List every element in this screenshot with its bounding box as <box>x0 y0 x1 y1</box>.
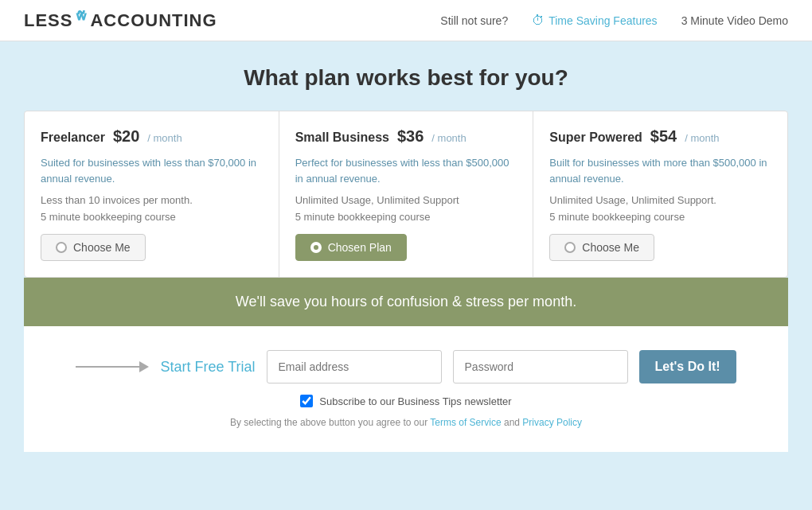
plan-small-business-price: $36 <box>397 127 424 146</box>
trial-label: Trial <box>228 359 255 375</box>
arrow-line <box>76 366 139 368</box>
plan-freelancer-description: Suited for businesses with less than $70… <box>41 155 263 186</box>
freelancer-button-label: Choose Me <box>73 241 131 254</box>
signup-section: Start Free Trial Let's Do It! Subscribe … <box>24 326 788 452</box>
plan-super-powered: Super Powered $54 / month Built for busi… <box>533 111 787 277</box>
plan-freelancer: Freelancer $20 / month Suited for busine… <box>25 111 279 277</box>
super-powered-button-label: Choose Me <box>582 241 639 254</box>
logo-accounting: ACCOUNTING <box>90 10 217 31</box>
plan-small-business-period: / month <box>431 132 466 144</box>
plan-freelancer-period: / month <box>147 132 182 144</box>
signup-row: Start Free Trial Let's Do It! <box>40 350 772 383</box>
plan-super-powered-header: Super Powered $54 / month <box>549 127 771 146</box>
subscribe-label: Subscribe to our Business Tips newslette… <box>319 395 511 407</box>
main-content: What plan works best for you? Freelancer… <box>0 41 812 468</box>
lets-do-it-button[interactable]: Let's Do It! <box>639 350 736 383</box>
start-free-trial-label: Start Free Trial <box>160 359 255 376</box>
plans-container: Freelancer $20 / month Suited for busine… <box>24 111 788 278</box>
password-input[interactable] <box>453 350 628 383</box>
page-title: What plan works best for you? <box>16 65 796 91</box>
plan-super-powered-price: $54 <box>650 127 677 146</box>
header-nav: Still not sure? ⏱ Time Saving Features 3… <box>440 14 788 28</box>
choose-small-business-button[interactable]: Chosen Plan <box>295 234 407 261</box>
privacy-policy-link[interactable]: Privacy Policy <box>522 417 582 428</box>
plan-freelancer-name: Freelancer <box>41 130 105 145</box>
header: LESS ʷ̃ ACCOUNTING Still not sure? ⏱ Tim… <box>0 0 812 41</box>
logo-less: LESS <box>24 10 72 31</box>
logo: LESS ʷ̃ ACCOUNTING <box>24 8 217 33</box>
plan-freelancer-feature2: 5 minute bookkeeping course <box>41 211 263 223</box>
plan-freelancer-price: $20 <box>113 127 139 146</box>
banner-text: We'll save you hours of confusion & stre… <box>236 294 576 310</box>
clock-icon: ⏱ <box>532 14 545 28</box>
subscribe-row: Subscribe to our Business Tips newslette… <box>40 395 772 407</box>
video-demo-link[interactable]: 3 Minute Video Demo <box>681 14 788 27</box>
super-powered-radio <box>564 242 576 253</box>
email-input[interactable] <box>267 350 442 383</box>
plan-super-powered-description: Built for businesses with more than $500… <box>549 155 771 186</box>
choose-freelancer-button[interactable]: Choose Me <box>41 234 146 261</box>
plan-super-powered-feature1: Unlimited Usage, Unlimited Support. <box>549 194 771 206</box>
plan-small-business-feature1: Unlimited Usage, Unlimited Support <box>295 194 517 206</box>
still-not-sure-link[interactable]: Still not sure? <box>440 14 508 27</box>
plan-small-business-feature2: 5 minute bookkeeping course <box>295 211 517 223</box>
plan-super-powered-name: Super Powered <box>549 130 642 145</box>
start-label: Start Free <box>160 359 224 375</box>
subscribe-checkbox[interactable] <box>300 395 313 407</box>
plan-freelancer-header: Freelancer $20 / month <box>41 127 263 146</box>
arrow-head <box>139 361 149 372</box>
time-saving-label: Time Saving Features <box>548 14 657 27</box>
terms-of-service-link[interactable]: Terms of Service <box>430 417 501 428</box>
small-business-button-label: Chosen Plan <box>328 241 392 254</box>
small-business-radio <box>310 242 322 253</box>
plan-small-business-header: Small Business $36 / month <box>295 127 517 146</box>
plan-super-powered-feature2: 5 minute bookkeeping course <box>549 211 771 223</box>
terms-and: and <box>504 417 520 428</box>
choose-super-powered-button[interactable]: Choose Me <box>549 234 654 261</box>
terms-row: By selecting the above button you agree … <box>40 417 772 428</box>
time-saving-link[interactable]: ⏱ Time Saving Features <box>532 14 657 28</box>
plan-freelancer-feature1: Less than 10 invoices per month. <box>41 194 263 206</box>
plan-small-business-description: Perfect for businesses with less than $5… <box>295 155 517 186</box>
freelancer-radio <box>56 242 67 253</box>
savings-banner: We'll save you hours of confusion & stre… <box>24 278 788 326</box>
plan-super-powered-period: / month <box>685 132 719 144</box>
plan-small-business-name: Small Business <box>295 130 389 145</box>
plan-small-business: Small Business $36 / month Perfect for b… <box>279 111 534 277</box>
terms-prefix: By selecting the above button you agree … <box>230 417 427 428</box>
logo-icon: ʷ̃ <box>76 8 87 33</box>
arrow-area <box>76 361 149 372</box>
